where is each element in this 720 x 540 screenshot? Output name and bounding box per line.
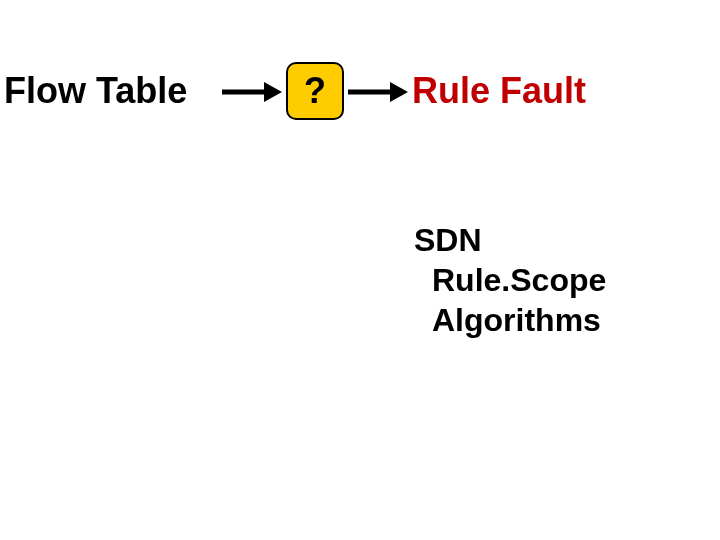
sublist-item-1: SDN <box>414 220 606 260</box>
slide: Flow Table ? Rule Fault SDN Rule.Scope A… <box>0 0 720 540</box>
arrow-1-icon <box>220 80 284 104</box>
question-mark-label: ? <box>304 70 326 112</box>
svg-marker-1 <box>264 82 282 102</box>
rule-fault-label: Rule Fault <box>412 70 586 112</box>
sublist-item-2: Rule.Scope <box>414 260 606 300</box>
sublist: SDN Rule.Scope Algorithms <box>414 220 606 340</box>
arrow-2-icon <box>346 80 410 104</box>
question-box: ? <box>286 62 344 120</box>
flow-table-label: Flow Table <box>4 70 187 112</box>
svg-marker-3 <box>390 82 408 102</box>
sublist-item-3: Algorithms <box>414 300 606 340</box>
